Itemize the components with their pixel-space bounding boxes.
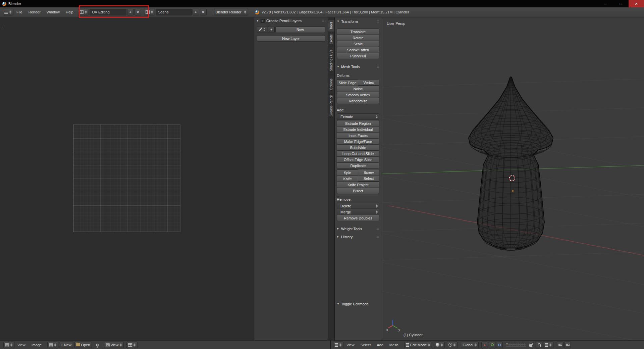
panel-drag-dots[interactable] <box>375 236 379 238</box>
extrude-region-button[interactable]: Extrude Region <box>337 120 379 127</box>
cylinder-wireframe-mesh[interactable] <box>469 77 553 250</box>
knife-select-button[interactable]: Select <box>358 175 379 182</box>
delete-menu-button[interactable]: Delete <box>337 203 379 209</box>
maximize-button[interactable]: □ <box>613 0 629 7</box>
tab-shading-uvs[interactable]: Shading / UVs <box>328 47 334 74</box>
offset-edge-slide-button[interactable]: Offset Edge Slide <box>337 156 379 163</box>
layer-cell[interactable] <box>508 345 510 347</box>
push-pull-button[interactable]: Push/Pull <box>337 53 379 59</box>
layer-cell[interactable] <box>506 343 508 345</box>
collapse-icon[interactable]: ▼ <box>256 19 259 22</box>
extrude-menu-button[interactable]: Extrude <box>337 113 379 120</box>
image-browse-button[interactable] <box>47 342 58 348</box>
vertex-slide-button[interactable]: Vertex <box>358 79 379 86</box>
image-new-button[interactable]: + New <box>59 342 73 348</box>
loop-cut-slide-button[interactable]: Loop Cut and Slide <box>337 150 379 157</box>
opengl-render-anim-button[interactable] <box>564 342 571 348</box>
shrink-fatten-button[interactable]: Shrink/Fatten <box>337 47 379 53</box>
layer-cell[interactable] <box>522 343 524 345</box>
scene-delete-button[interactable]: ✕ <box>200 9 207 15</box>
grease-pencil-new-button[interactable]: New <box>275 27 325 33</box>
grease-pencil-add-button[interactable]: + <box>268 26 275 33</box>
display-channels-dropdown[interactable]: View <box>104 342 124 348</box>
layer-cell[interactable] <box>520 345 522 347</box>
layer-cell[interactable] <box>506 345 508 347</box>
panel-drag-dots[interactable] <box>375 65 379 68</box>
view3d-menu-view[interactable]: View <box>343 343 358 347</box>
mode-dropdown[interactable]: Edit Mode <box>404 342 432 348</box>
render-engine-dropdown[interactable]: Blender Render <box>214 9 248 15</box>
uv-menu-image[interactable]: Image <box>29 343 45 347</box>
rotate-button[interactable]: Rotate <box>337 35 379 41</box>
layer-cell[interactable] <box>520 343 522 345</box>
menu-window[interactable]: Window <box>44 10 63 14</box>
layer-cell[interactable] <box>512 345 514 347</box>
panel-drag-dots[interactable] <box>322 19 326 22</box>
weight-tools-panel-header[interactable]: ► Weight Tools <box>337 226 379 232</box>
layer-grid[interactable] <box>506 343 526 347</box>
layer-cell[interactable] <box>508 343 510 345</box>
redo-panel-header[interactable]: ▼ Toggle Editmode <box>337 301 379 307</box>
subdivide-button[interactable]: Subdivide <box>337 144 379 151</box>
scene-browse-button[interactable] <box>144 9 155 15</box>
noise-button[interactable]: Noise <box>337 86 379 92</box>
view3d-editor-type-button[interactable] <box>333 342 343 348</box>
menu-render[interactable]: Render <box>25 10 44 14</box>
layer-cell[interactable] <box>518 345 520 347</box>
uv-grease-pencil-button[interactable] <box>126 342 138 348</box>
layer-cell[interactable] <box>518 343 520 345</box>
image-open-button[interactable]: Open <box>74 342 92 348</box>
uv-image-editor[interactable]: + <box>0 17 254 340</box>
panel-drag-dots[interactable] <box>375 228 379 230</box>
remove-doubles-button[interactable]: Remove Doubles <box>337 215 379 221</box>
layer-cell[interactable] <box>514 343 516 345</box>
duplicate-button[interactable]: Duplicate <box>337 162 379 169</box>
transform-panel-header[interactable]: ▼ Transform <box>337 18 379 24</box>
manipulator-scale-button[interactable] <box>496 342 503 348</box>
screw-button[interactable]: Screw <box>358 169 379 176</box>
close-button[interactable]: ✕ <box>629 0 644 7</box>
tab-create[interactable]: Create <box>328 34 334 45</box>
mesh-tools-panel-header[interactable]: ▼ Mesh Tools <box>337 64 379 69</box>
scale-button[interactable]: Scale <box>337 41 379 47</box>
scene-add-button[interactable]: + <box>193 9 199 15</box>
tab-grease-pencil[interactable]: Grease Pencil <box>328 95 334 117</box>
layer-cell[interactable] <box>516 345 518 347</box>
region-expand-icon[interactable]: + <box>2 25 4 30</box>
layout-name-field[interactable]: UV Editing <box>90 9 126 15</box>
layer-cell[interactable] <box>524 343 526 345</box>
viewport-canvas[interactable] <box>382 17 644 340</box>
slide-edge-button[interactable]: Slide Edge <box>337 80 358 86</box>
grease-pencil-browse-button[interactable] <box>257 26 267 33</box>
manipulator-translate-button[interactable]: + <box>481 342 488 348</box>
minimize-button[interactable]: – <box>598 0 613 7</box>
layout-delete-button[interactable]: ✕ <box>135 9 141 15</box>
grease-pencil-checkbox[interactable]: ✓ <box>261 19 265 23</box>
bisect-button[interactable]: Bisect <box>337 188 379 194</box>
knife-button[interactable]: Knife <box>337 176 358 182</box>
spin-button[interactable]: Spin <box>337 169 358 176</box>
layer-cell[interactable] <box>524 345 526 347</box>
smooth-vertex-button[interactable]: Smooth Vertex <box>337 92 379 98</box>
new-layer-button[interactable]: New Layer <box>257 35 325 42</box>
snap-element-dropdown[interactable] <box>543 342 553 348</box>
layer-cell[interactable] <box>514 345 516 347</box>
layout-add-button[interactable]: + <box>127 9 134 15</box>
layer-cell[interactable] <box>516 343 518 345</box>
scene-name-field[interactable]: Scene <box>156 9 192 15</box>
menu-help[interactable]: Help <box>63 10 76 14</box>
manipulator-rotate-button[interactable] <box>489 342 495 348</box>
make-edge-face-button[interactable]: Make Edge/Face <box>337 138 379 145</box>
tab-options[interactable]: Options <box>328 76 334 93</box>
opengl-render-still-button[interactable] <box>557 342 564 348</box>
uv-editor-type-button[interactable] <box>3 342 14 348</box>
layer-cell[interactable] <box>510 345 512 347</box>
layer-cell[interactable] <box>512 343 514 345</box>
pivot-dropdown[interactable] <box>447 342 458 348</box>
uv-menu-view[interactable]: View <box>14 343 29 347</box>
inset-faces-button[interactable]: Inset Faces <box>337 132 379 139</box>
view3d-menu-mesh[interactable]: Mesh <box>386 343 401 347</box>
extrude-individual-button[interactable]: Extrude Individual <box>337 126 379 133</box>
view3d-menu-select[interactable]: Select <box>358 343 374 347</box>
panel-drag-dots[interactable] <box>375 20 379 23</box>
